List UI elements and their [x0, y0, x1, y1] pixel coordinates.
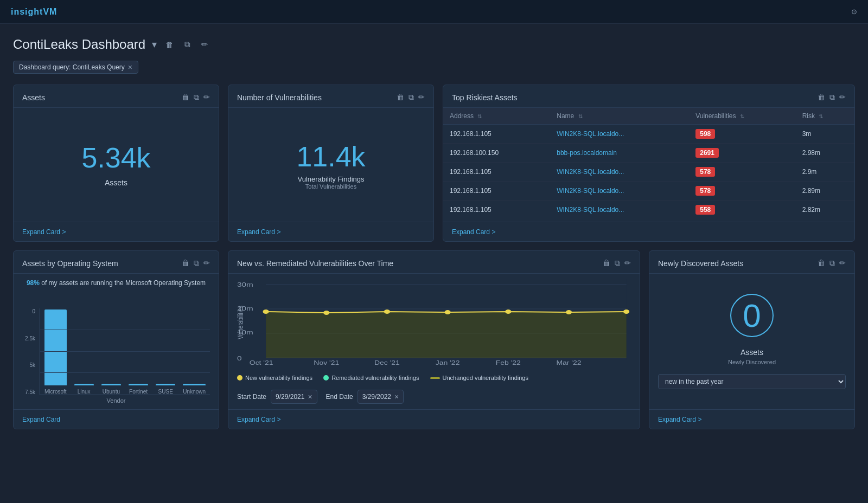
- newly-discovered-dropdown[interactable]: new in the past yearnew in the past mont…: [658, 374, 846, 389]
- date-row: Start Date 9/29/2021 × End Date 3/29/202…: [237, 390, 631, 404]
- newly-copy-icon[interactable]: ⧉: [829, 259, 835, 268]
- top-riskiest-expand-link[interactable]: Expand Card >: [452, 228, 495, 236]
- user-icon[interactable]: ⊙: [851, 8, 857, 16]
- bar: [74, 384, 94, 385]
- assets-card-body: 5.34k Assets: [14, 108, 219, 222]
- table-row: 192.168.1.105 WIN2K8-SQL.localdo... 578 …: [443, 163, 854, 182]
- table-row: 192.168.1.105 WIN2K8-SQL.localdo... 598 …: [443, 125, 854, 144]
- svg-text:30m: 30m: [237, 281, 253, 288]
- svg-text:Vulnerabilities: Vulnerabilities: [237, 306, 245, 339]
- assets-by-os-body: 98% of my assets are running the Microso…: [14, 274, 219, 409]
- assets-by-os-expand-link[interactable]: Expand Card: [22, 416, 60, 423]
- start-date-clear[interactable]: ×: [308, 392, 312, 401]
- end-date-input[interactable]: 3/29/2022 ×: [358, 390, 404, 404]
- risk-address: 192.168.1.105: [443, 201, 550, 220]
- bar-label: Microsoft: [44, 389, 67, 395]
- filter-chip-close[interactable]: ×: [128, 63, 132, 71]
- assets-by-os-header: Assets by Operating System 🗑 ⧉ ✏: [14, 251, 219, 274]
- filter-bar: Dashboard query: ContiLeaks Query ×: [13, 61, 855, 74]
- bar: [183, 384, 206, 385]
- app-header: insightVM ⊙: [0, 0, 868, 24]
- start-date-value: 9/29/2021: [276, 393, 304, 401]
- newly-discovered-body: 0 Assets Newly Discovered new in the pas…: [649, 274, 854, 409]
- vulnerabilities-card: Number of Vulnerabilities 🗑 ⧉ ✏ 11.4k Vu…: [228, 85, 434, 242]
- cards-top-row: Assets 🗑 ⧉ ✏ 5.34k Assets Expand Card > …: [13, 85, 855, 242]
- assets-value: 5.34k: [81, 143, 150, 173]
- vulns-edit-icon[interactable]: ✏: [418, 93, 425, 102]
- x-axis-label: Vendor: [22, 395, 210, 404]
- newly-delete-icon[interactable]: 🗑: [818, 259, 825, 268]
- legend-new-findings: New vulnerability findings: [237, 375, 312, 381]
- start-date-field: Start Date 9/29/2021 ×: [237, 390, 317, 404]
- legend-rem-label: Remediated vulnerability findings: [331, 375, 419, 381]
- end-date-field: End Date 3/29/2022 ×: [326, 390, 404, 404]
- assets-copy-icon[interactable]: ⧉: [194, 93, 199, 102]
- dashboard-title-chevron-icon[interactable]: ▾: [152, 38, 157, 50]
- legend-unchanged-label: Unchanged vulnerability findings: [443, 375, 528, 381]
- newly-discovered-expand-link[interactable]: Expand Card >: [658, 416, 701, 423]
- legend-new-dot: [237, 375, 242, 381]
- vulns-delete-icon[interactable]: 🗑: [397, 93, 404, 102]
- assets-card-header: Assets 🗑 ⧉ ✏: [14, 85, 219, 108]
- bar-group: Microsoft: [44, 309, 67, 395]
- dashboard-delete-button[interactable]: 🗑: [163, 39, 176, 50]
- newly-discovered-title: Newly Discovered Assets: [658, 259, 818, 268]
- risk-name: WIN2K8-SQL.localdo...: [550, 125, 689, 144]
- svg-text:Mar '22: Mar '22: [556, 360, 581, 366]
- risk-table: Address ⇅ Name ⇅ Vulnerabilities ⇅ Risk …: [443, 108, 854, 219]
- riskiest-edit-icon[interactable]: ✏: [839, 93, 846, 102]
- newrem-copy-icon[interactable]: ⧉: [615, 259, 620, 268]
- riskiest-copy-icon[interactable]: ⧉: [829, 93, 835, 102]
- risk-col-address[interactable]: Address ⇅: [443, 108, 550, 125]
- os-edit-icon[interactable]: ✏: [203, 259, 210, 268]
- assets-edit-icon[interactable]: ✏: [203, 93, 210, 102]
- risk-col-name[interactable]: Name ⇅: [550, 108, 689, 125]
- riskiest-delete-icon[interactable]: 🗑: [818, 93, 825, 102]
- new-vs-remediated-card: New vs. Remediated Vulnerabilities Over …: [228, 250, 640, 429]
- svg-text:Feb '22: Feb '22: [496, 360, 521, 366]
- vulnerabilities-expand-link[interactable]: Expand Card >: [237, 228, 280, 236]
- bar-group: Ubuntu: [101, 384, 121, 395]
- dashboard-edit-button[interactable]: ✏: [199, 38, 210, 50]
- svg-point-14: [505, 309, 511, 314]
- header-user-icon[interactable]: ⊙: [851, 8, 857, 16]
- bar: [129, 384, 148, 385]
- assets-by-os-title: Assets by Operating System: [22, 259, 182, 268]
- newrem-delete-icon[interactable]: 🗑: [603, 259, 610, 268]
- new-vs-rem-title: New vs. Remediated Vulnerabilities Over …: [237, 259, 603, 268]
- start-date-input[interactable]: 9/29/2021 ×: [271, 390, 317, 404]
- top-riskiest-card: Top Riskiest Assets 🗑 ⧉ ✏ Address ⇅ Name…: [443, 85, 855, 242]
- top-riskiest-card-icons: 🗑 ⧉ ✏: [818, 93, 846, 102]
- risk-name: bbb-pos.localdomain: [550, 144, 689, 163]
- risk-value: 3m: [796, 125, 854, 144]
- vulns-copy-icon[interactable]: ⧉: [409, 93, 414, 102]
- vulnerabilities-card-icons: 🗑 ⧉ ✏: [397, 93, 425, 102]
- os-copy-icon[interactable]: ⧉: [194, 259, 199, 268]
- bar-chart-container: 7.5k 5k 2.5k 0 Microsoft Linux Ubuntu: [22, 293, 210, 395]
- risk-address: 192.168.100.150: [443, 144, 550, 163]
- new-vs-rem-expand-link[interactable]: Expand Card >: [237, 416, 280, 423]
- risk-col-vulns[interactable]: Vulnerabilities ⇅: [689, 108, 795, 125]
- filter-chip: Dashboard query: ContiLeaks Query ×: [13, 61, 138, 74]
- os-subtitle: 98% of my assets are running the Microso…: [22, 279, 210, 287]
- risk-address: 192.168.1.105: [443, 125, 550, 144]
- vulnerabilities-sublabel: Total Vulnerabilities: [305, 183, 356, 190]
- os-subtitle-text: of my assets are running the Microsoft O…: [40, 279, 206, 287]
- bar: [44, 309, 67, 385]
- y-axis: 7.5k 5k 2.5k 0: [22, 308, 40, 395]
- os-delete-icon[interactable]: 🗑: [182, 259, 189, 268]
- assets-delete-icon[interactable]: 🗑: [182, 93, 189, 102]
- end-date-clear[interactable]: ×: [394, 392, 399, 401]
- assets-expand-link[interactable]: Expand Card >: [22, 228, 66, 236]
- legend-unchanged-findings: Unchanged vulnerability findings: [430, 375, 528, 381]
- assets-by-os-footer: Expand Card: [14, 409, 219, 429]
- svg-point-15: [566, 310, 572, 314]
- bar-label: Linux: [78, 389, 91, 395]
- dashboard-copy-button[interactable]: ⧉: [182, 38, 193, 50]
- newly-edit-icon[interactable]: ✏: [839, 259, 846, 268]
- newrem-edit-icon[interactable]: ✏: [624, 259, 631, 268]
- new-vs-rem-icons: 🗑 ⧉ ✏: [603, 259, 631, 268]
- chart-legend: New vulnerability findings Remediated vu…: [237, 375, 631, 381]
- risk-col-risk[interactable]: Risk ⇅: [796, 108, 854, 125]
- newly-discovered-footer: Expand Card >: [649, 409, 854, 429]
